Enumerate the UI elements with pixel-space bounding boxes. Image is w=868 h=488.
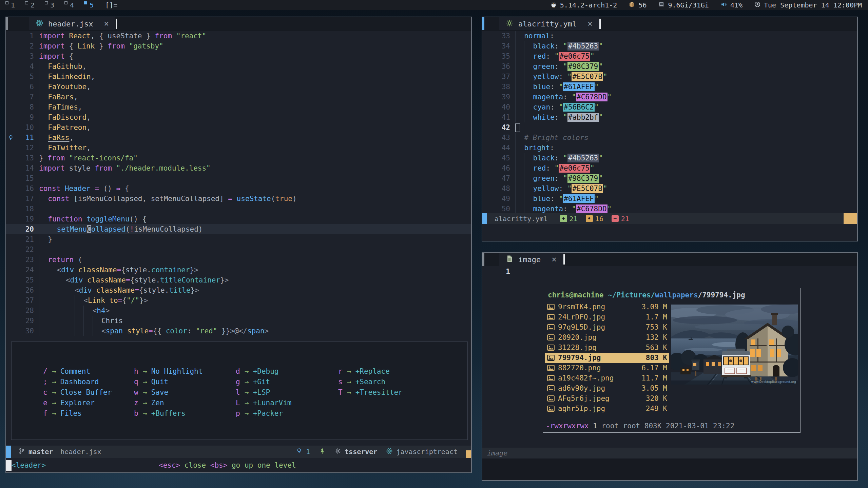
- code-token: :: [563, 93, 572, 101]
- code-token: {style.: [139, 286, 169, 294]
- color-value-chip: #4b5263: [567, 42, 599, 51]
- code-token: import: [39, 52, 65, 60]
- file-row-31228.jpg[interactable]: 31228.jpg563 K: [545, 343, 669, 353]
- tab-image[interactable]: image ×: [499, 253, 563, 266]
- code-token: FaBars: [48, 93, 74, 101]
- arrow-icon: →: [240, 366, 253, 377]
- tab-header-jsx[interactable]: header.jsx ×: [29, 17, 115, 30]
- workspace-item-2[interactable]: 2: [25, 1, 35, 9]
- indent-guide: [39, 72, 48, 82]
- file-row-9rsmTK4.png[interactable]: 9rsmTK4.png3.09 M: [545, 302, 669, 312]
- indent-guide: [524, 183, 533, 194]
- workspace-indicator-square: [64, 1, 67, 4]
- indent-guide: [48, 316, 57, 326]
- close-icon[interactable]: ×: [587, 19, 592, 28]
- sign-column: [482, 122, 491, 133]
- image-file-icon: [547, 345, 555, 351]
- git-branch-segment[interactable]: master: [18, 448, 53, 456]
- which-key-binding-z[interactable]: z→Zen: [134, 398, 202, 408]
- scrollbar-thumb[interactable]: [466, 450, 471, 458]
- code-token: }: [220, 276, 225, 284]
- code-token: </: [239, 327, 247, 335]
- code-token: ": [607, 205, 612, 213]
- code-token: className: [96, 286, 135, 294]
- workspace-number: 2: [31, 1, 35, 9]
- line-number: 8: [15, 102, 39, 112]
- code-token: =: [126, 276, 130, 284]
- workspace-item-4[interactable]: 4: [64, 1, 74, 9]
- code-area-left[interactable]: 1import React, { useState } from "react"…: [6, 31, 471, 336]
- code-token: className: [78, 266, 117, 274]
- code-area-right[interactable]: 33normal:34black: "#4b5263"35red: "#e06c…: [482, 31, 857, 214]
- which-key-binding-l[interactable]: l→+LSP: [236, 387, 291, 398]
- file-row-AFq5r6j.jpeg[interactable]: AFq5r6j.jpeg320 K: [545, 393, 669, 404]
- file-row-799794.jpg[interactable]: 799794.jpg803 K: [545, 353, 669, 363]
- git-branch-name: master: [28, 448, 53, 456]
- workspace-item-5[interactable]: 5: [84, 1, 94, 9]
- which-key-binding-w[interactable]: w→Save: [134, 387, 202, 398]
- file-name: 799794.jpg: [558, 353, 636, 363]
- which-key-binding-b[interactable]: b→+Buffers: [134, 408, 202, 419]
- code-token: }: [48, 235, 52, 243]
- which-key-binding-L[interactable]: L→+LunarVim: [236, 398, 291, 408]
- sign-column: [482, 31, 491, 41]
- file-row-882720.png[interactable]: 882720.png6.17 M: [545, 363, 669, 373]
- diagnostics-segment[interactable]: 1: [296, 448, 310, 456]
- indent-guide: [39, 102, 48, 112]
- binding-label: +LSP: [253, 387, 270, 398]
- file-row-ad6v90y.jpg[interactable]: ad6v90y.jpg3.05 M: [545, 383, 669, 393]
- which-key-binding-c[interactable]: c→Close Buffer: [43, 387, 112, 398]
- which-key-binding-f[interactable]: f→Files: [43, 408, 112, 419]
- close-icon[interactable]: ×: [104, 19, 109, 28]
- which-key-binding-p[interactable]: p→+Packer: [236, 408, 291, 419]
- which-key-binding-d[interactable]: d→+Debug: [236, 366, 291, 377]
- file-row-20920.jpg[interactable]: 20920.jpg132 K: [545, 332, 669, 343]
- code-line: 38blue: "#61AFEF": [482, 82, 857, 92]
- code-token: }: [139, 296, 144, 305]
- code-token: "gatsby": [129, 42, 163, 50]
- code-token: {: [65, 42, 78, 50]
- binding-label: Dashboard: [60, 377, 99, 387]
- which-key-binding-q[interactable]: q→Quit: [134, 377, 202, 387]
- code-line: 6FaYoutube,: [6, 82, 471, 92]
- code-token: (: [271, 195, 275, 203]
- code-token: black: [533, 154, 555, 162]
- image-file-icon: [547, 365, 555, 371]
- which-key-binding-T[interactable]: T→+Treesitter: [338, 387, 403, 398]
- code-line: 26<div className={style.title}>: [6, 285, 471, 295]
- which-key-binding-s[interactable]: s→+Search: [338, 377, 403, 387]
- tab-alacritty-yml[interactable]: alacritty.yml ×: [499, 17, 599, 30]
- file-row-a19c482f~.png[interactable]: a19c482f~.png11.7 M: [545, 373, 669, 383]
- git-changed-count: 16: [595, 215, 603, 223]
- code-token: =: [117, 266, 121, 274]
- command-line-left[interactable]: <leader> <esc> close <bs> go up one leve…: [6, 458, 471, 472]
- code-token: {{: [153, 327, 166, 335]
- treesitter-segment: [319, 448, 326, 456]
- file-row-aghr5Ip.jpg[interactable]: aghr5Ip.jpg249 K: [545, 404, 669, 414]
- workspace-item-1[interactable]: 1: [5, 1, 15, 9]
- code-token: :: [555, 113, 563, 121]
- which-key-binding-/[interactable]: /→Comment: [43, 366, 112, 377]
- file-size: 6.17 M: [636, 363, 667, 373]
- indent-guide: [39, 275, 48, 285]
- layout-symbol[interactable]: []=: [105, 1, 117, 9]
- file-row-24LrDFQ.jpg[interactable]: 24LrDFQ.jpg1.7 M: [545, 312, 669, 322]
- code-token: (): [99, 184, 116, 193]
- which-key-binding-e[interactable]: e→Explorer: [43, 398, 112, 408]
- workspace-item-3[interactable]: 3: [45, 1, 54, 9]
- user-host: chris@machine: [548, 291, 603, 299]
- statusline-filename: alacritty.yml: [495, 215, 548, 223]
- indent-guide: [57, 275, 66, 285]
- file-row-97q9L5D.jpg[interactable]: 97q9L5D.jpg753 K: [545, 322, 669, 332]
- code-token: >: [194, 266, 198, 274]
- which-key-binding-g[interactable]: g→+Git: [236, 377, 291, 387]
- git-added-icon: +: [560, 215, 567, 222]
- code-token: ,: [86, 83, 91, 91]
- close-icon[interactable]: ×: [552, 255, 556, 264]
- scrollbar-thumb[interactable]: [844, 213, 857, 224]
- arrow-icon: →: [240, 408, 253, 419]
- which-key-binding-;[interactable]: ;→Dashboard: [43, 377, 112, 387]
- indent-guide: [75, 306, 83, 316]
- which-key-binding-h[interactable]: h→No Highlight: [134, 366, 202, 377]
- which-key-binding-r[interactable]: r→+Replace: [338, 366, 403, 377]
